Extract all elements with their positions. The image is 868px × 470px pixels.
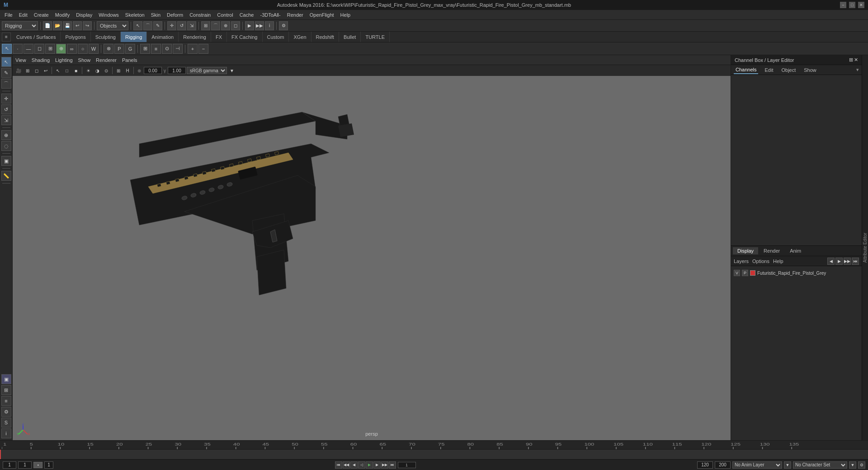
move-tool-btn[interactable]: ✛ (167, 21, 176, 30)
tab-icon[interactable]: ≡ (2, 33, 11, 42)
tab-fx[interactable]: FX (211, 32, 227, 42)
play-fwd-btn[interactable]: ▶ (366, 461, 373, 469)
go-start-btn[interactable]: ⏮ (335, 461, 342, 469)
uv-mode-btn[interactable]: ⊞ (45, 44, 55, 54)
paint-tool-btn[interactable]: ✎ (153, 21, 162, 30)
select-tool-btn[interactable]: ↖ (133, 21, 142, 30)
menu-deform[interactable]: Deform (164, 11, 186, 19)
total-frames-input[interactable] (715, 461, 731, 469)
panel-float-btn[interactable]: ⊞ (849, 57, 853, 63)
layers-prev-btn[interactable]: ◀ (827, 258, 835, 265)
snap-curve-btn[interactable]: ⌒ (211, 21, 220, 30)
ipr-btn[interactable]: i (265, 21, 274, 30)
go-end-btn[interactable]: ⏭ (389, 461, 396, 469)
vp-grid-btn[interactable]: ⊞ (114, 66, 123, 75)
tab-custom[interactable]: Custom (263, 32, 289, 42)
start-frame-input[interactable] (3, 461, 16, 469)
vp-ao-btn[interactable]: ⊙ (102, 66, 110, 75)
render-seq-btn[interactable]: ▶▶ (255, 21, 264, 30)
vp-colorspace-btn[interactable]: ▼ (228, 66, 236, 75)
layer-visibility-btn[interactable]: V (734, 270, 740, 276)
attribute-editor-strip[interactable]: Attribute Editor (862, 55, 868, 440)
objects-selector[interactable]: Objects (97, 21, 128, 30)
vp-exposure-input[interactable] (144, 67, 162, 74)
menu-3dtoall[interactable]: -3DToAll- (257, 11, 283, 19)
vp-hud-btn[interactable]: H (123, 66, 132, 75)
layers-lt[interactable]: ≡ (1, 396, 11, 406)
character-set-select[interactable]: No Character Set (793, 461, 847, 469)
maximize-button[interactable]: □ (849, 2, 855, 8)
menu-modify[interactable]: Modify (52, 11, 72, 19)
timeline-ruler[interactable]: 1 5 10 15 20 25 30 35 40 45 50 (0, 441, 868, 450)
menu-cache[interactable]: Cache (237, 11, 257, 19)
group-btn[interactable]: G (125, 44, 135, 54)
universal-lt[interactable]: ⊕ (1, 130, 11, 140)
vp-menu-panels[interactable]: Panels (122, 57, 137, 63)
rb-tab-render[interactable]: Render (759, 247, 784, 254)
parent-btn[interactable]: P (114, 44, 124, 54)
lasso-lt[interactable]: ⌒ (1, 79, 11, 89)
redo-btn[interactable]: ↪ (83, 21, 92, 30)
panel-close-btn[interactable]: ✕ (854, 57, 858, 63)
vertex-mode-btn[interactable]: · (13, 44, 23, 54)
scale-lt[interactable]: ⇲ (1, 115, 11, 125)
vp-menu-view[interactable]: View (15, 57, 26, 63)
joint-tool-btn[interactable]: ⊕ (56, 44, 66, 54)
minimize-button[interactable]: − (840, 2, 846, 8)
layers-tab[interactable]: Layers (734, 258, 749, 264)
menu-constrain[interactable]: Constrain (187, 11, 213, 19)
tab-fx-caching[interactable]: FX Caching (227, 32, 262, 42)
skin-btn[interactable]: ○ (78, 44, 88, 54)
select-mode-btn[interactable]: ↖ (2, 44, 12, 54)
vp-menu-show[interactable]: Show (78, 57, 91, 63)
render-btn[interactable]: ▶ (245, 21, 254, 30)
tab-polygons[interactable]: Polygons (61, 32, 90, 42)
menu-openflight[interactable]: OpenFlight (307, 11, 337, 19)
vp-frame-sel-btn[interactable]: ◻ (33, 66, 41, 75)
menu-skeleton[interactable]: Skeleton (123, 11, 147, 19)
save-scene-btn[interactable]: 💾 (63, 21, 72, 30)
channels-lt[interactable]: ⚙ (1, 407, 11, 417)
layer-name[interactable]: Futuristic_Rapid_Fire_Pistol_Grey (757, 271, 826, 276)
viewport[interactable]: View Shading Lighting Show Renderer Pane… (13, 55, 731, 440)
ch-tab-edit[interactable]: Edit (763, 66, 775, 74)
scale-tool-btn[interactable]: ⇲ (187, 21, 196, 30)
snap-point-btn[interactable]: ⊕ (221, 21, 230, 30)
new-scene-btn[interactable]: 📄 (43, 21, 52, 30)
vp-gamma-input[interactable] (168, 67, 186, 74)
layers-add-btn[interactable]: ▶▶ (844, 258, 851, 265)
align-btn[interactable]: ≡ (151, 44, 161, 54)
tab-curves-surfaces[interactable]: Curves / Surfaces (12, 32, 61, 42)
tab-rendering[interactable]: Rendering (179, 32, 211, 42)
show-ui-btn[interactable]: ⚙ (279, 21, 288, 30)
help-tab[interactable]: Help (773, 258, 783, 264)
next-key-btn[interactable]: ▶ (373, 461, 381, 469)
tab-rigging[interactable]: Rigging (121, 32, 147, 42)
open-scene-btn[interactable]: 📂 (53, 21, 62, 30)
paint-lt[interactable]: ✎ (1, 68, 11, 78)
soft-lt[interactable]: ◌ (1, 141, 11, 151)
frame-marker-input[interactable] (44, 461, 53, 469)
render-region-lt[interactable]: ▣ (1, 374, 11, 384)
prev-key-btn[interactable]: ◀ (350, 461, 358, 469)
ch-tab-channels[interactable]: Channels (734, 66, 758, 74)
vp-frame-prev-btn[interactable]: ↩ (42, 66, 50, 75)
vp-colorspace-select[interactable]: sRGB gamma (187, 67, 227, 74)
grid-lt[interactable]: ⊞ (1, 385, 11, 395)
layers-end-btn[interactable]: ⏭ (852, 258, 859, 265)
rb-tab-display[interactable]: Display (733, 247, 758, 254)
step-fwd-btn[interactable]: ▶▶ (381, 461, 388, 469)
step-back-btn[interactable]: ◀◀ (343, 461, 350, 469)
constraint-btn[interactable]: ⊗ (104, 44, 113, 54)
rotate-lt[interactable]: ↺ (1, 104, 11, 114)
ik-tool-btn[interactable]: ∞ (67, 44, 77, 54)
layer-playback-btn[interactable]: P (742, 270, 748, 276)
menu-create[interactable]: Create (31, 11, 52, 19)
plus-btn[interactable]: + (188, 44, 198, 54)
tab-redshift[interactable]: Redshift (311, 32, 339, 42)
show-manip-lt[interactable]: ▣ (1, 156, 11, 166)
tab-animation[interactable]: Animation (147, 32, 179, 42)
viewport-canvas[interactable]: X Y Z persp (13, 76, 731, 440)
lasso-tool-btn[interactable]: ⌒ (143, 21, 152, 30)
tab-xgen[interactable]: XGen (289, 32, 311, 42)
